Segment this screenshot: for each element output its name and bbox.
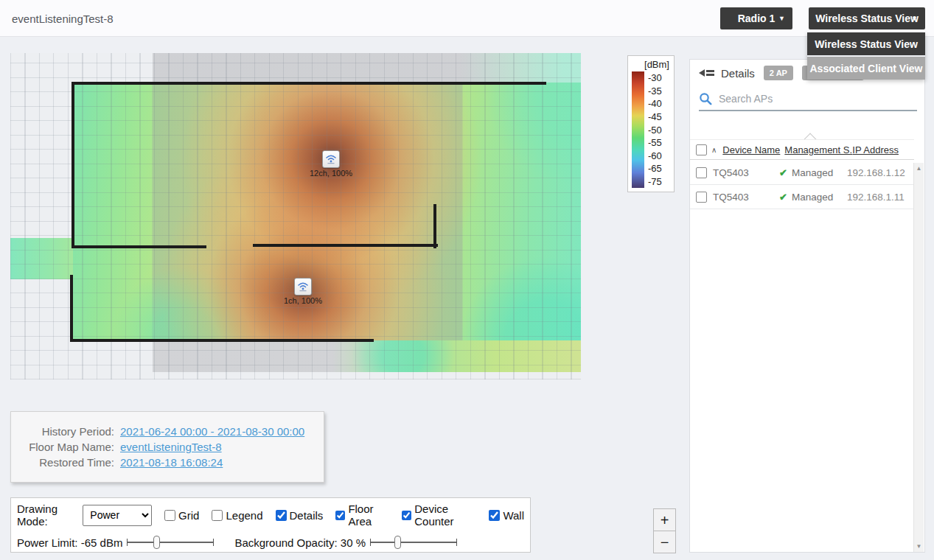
device-counter-checkbox-label[interactable]: Device Counter [414,503,476,528]
power-limit-slider[interactable] [127,535,214,550]
ap-table-row[interactable]: TQ5403 ✔ Managed 192.168.1.11 [690,185,914,209]
ap-count-badge: 2 AP [764,66,793,80]
floor-area-checkbox[interactable] [335,510,345,521]
table-scrollbar[interactable]: ▲ ▼ [913,163,924,552]
device-name-cell: TQ5403 [713,192,779,203]
dbm-legend: [dBm] -30 -35 -40 -45 -50 -55 -60 -65 -7… [627,55,675,192]
chevron-down-icon: ▼ [911,15,918,22]
floor-area-checkbox-group: Floor Area [335,503,389,528]
scroll-down-icon[interactable]: ▼ [916,541,922,552]
wifi-ap-icon [294,278,312,295]
column-management-status[interactable]: Management S... [784,144,852,155]
managed-check-icon: ✔ [779,192,787,203]
details-panel: Details 2 AP 0 SELECTED ∧ Device Name Ma… [689,59,925,553]
heatmap-lower-strip [153,340,581,372]
restored-time-link[interactable]: 2021-08-18 16:08:24 [120,456,223,469]
legend-tick: -40 [648,99,669,108]
management-status-text: Managed [792,192,833,203]
search-aps-field [699,92,917,111]
floor-map-name-link[interactable]: eventListeningTest-8 [120,441,222,453]
legend-title: [dBm] [632,59,669,70]
floor-map-name-row: Floor Map Name: eventListeningTest-8 [11,441,324,453]
search-aps-input[interactable] [719,93,896,105]
wifi-icon [297,281,309,292]
scroll-up-icon[interactable]: ▲ [916,163,922,174]
header-bar: eventListeningTest-8 Radio 1 ▼ Wireless … [0,0,934,37]
device-name-cell: TQ5403 [713,167,779,178]
grid-checkbox-label[interactable]: Grid [178,509,199,522]
wall-checkbox-label[interactable]: Wall [503,509,524,522]
details-title: Details [721,67,755,80]
management-status-cell: ✔ Managed [779,192,847,203]
row-checkbox[interactable] [696,192,707,203]
select-all-checkbox[interactable] [696,144,707,155]
floor-map-name-label: Floor Map Name: [11,441,114,453]
legend-tick: -45 [648,112,669,122]
history-period-label: History Period: [11,425,114,438]
heatmap-left-band [10,238,74,279]
menu-item-associated-client-view[interactable]: Associated Client View [807,57,925,80]
ip-address-cell: 192.168.1.12 [847,167,905,178]
row-checkbox[interactable] [696,167,707,178]
legend-tick: -30 [648,73,669,83]
chevron-down-icon: ▼ [778,15,785,22]
drawing-mode-row: Drawing Mode: Power Grid Legend Details … [17,504,524,526]
restored-time-row: Restored Time: 2021-08-18 16:08:24 [11,456,324,469]
device-counter-checkbox[interactable] [402,510,411,521]
search-icon [699,92,712,105]
zoom-in-button[interactable]: + [653,508,676,531]
ap-label: 1ch, 100% [284,296,322,305]
background-opacity-label: Background Opacity: 30 % [234,536,366,549]
column-device-name[interactable]: Device Name [722,144,784,155]
wifi-ap-icon [322,150,340,168]
restored-time-label: Restored Time: [11,456,114,469]
page-title: eventListeningTest-8 [12,13,114,25]
column-ip-address[interactable]: IP Address [852,144,899,155]
wifi-icon [325,154,337,164]
view-dropdown-menu: Wireless Status View Associated Client V… [807,32,925,80]
legend-checkbox-label[interactable]: Legend [226,509,262,522]
collapse-panel-icon[interactable] [699,67,715,79]
details-checkbox[interactable] [276,510,287,521]
history-period-row: History Period: 2021-06-24 00:00 - 2021-… [11,425,324,438]
details-checkbox-label[interactable]: Details [290,509,324,522]
legend-color-scale [632,71,644,188]
sort-ascending-icon[interactable]: ∧ [711,146,717,154]
legend-tick: -60 [648,151,669,161]
wall-checkbox[interactable] [489,510,500,521]
ap-marker-1[interactable]: 12ch, 100% [298,150,364,178]
legend-tick: -65 [648,164,669,173]
legend-tick: -35 [648,86,669,96]
device-counter-checkbox-group: Device Counter [402,503,476,528]
menu-item-wireless-status-view[interactable]: Wireless Status View [807,32,925,55]
floor-map-canvas[interactable]: 12ch, 100% 1ch, 100% [10,53,581,379]
zoom-out-button[interactable]: − [653,531,676,553]
wall-checkbox-group: Wall [489,509,524,522]
legend-tick-labels: -30 -35 -40 -45 -50 -55 -60 -65 -75 [648,71,669,188]
view-select-button[interactable]: Wireless Status View ▼ [809,7,925,29]
view-select-label: Wireless Status View [815,13,919,24]
ip-address-cell: 192.168.1.11 [847,192,905,203]
drawing-mode-select[interactable]: Power [83,505,152,526]
grid-checkbox[interactable] [164,510,175,521]
legend-tick: -50 [648,125,669,135]
radio-select-button[interactable]: Radio 1 ▼ [720,7,792,29]
ap-table-row[interactable]: TQ5403 ✔ Managed 192.168.1.12 [690,161,914,185]
grid-checkbox-group: Grid [164,509,199,522]
history-info-box: History Period: 2021-06-24 00:00 - 2021-… [10,411,324,483]
ap-table-header: ∧ Device Name Management S... IP Address [690,139,914,160]
drawing-mode-label: Drawing Mode: [17,503,78,528]
ap-marker-2[interactable]: 1ch, 100% [270,278,336,305]
radio-select-label: Radio 1 [738,13,776,24]
history-period-link[interactable]: 2021-06-24 00:00 - 2021-08-30 00:00 [120,425,304,438]
drawing-controls-box: Drawing Mode: Power Grid Legend Details … [10,497,531,553]
legend-checkbox[interactable] [212,510,223,521]
legend-body: -30 -35 -40 -45 -50 -55 -60 -65 -75 [632,71,669,188]
ap-label: 12ch, 100% [310,169,352,178]
wireless-status-app: eventListeningTest-8 Radio 1 ▼ Wireless … [0,0,934,560]
power-limit-label: Power Limit: -65 dBm [17,536,122,549]
power-limit-slider-wrap [127,535,214,550]
floorplan-background [153,53,581,83]
background-opacity-slider[interactable] [370,535,457,550]
floor-area-checkbox-label[interactable]: Floor Area [348,503,389,528]
